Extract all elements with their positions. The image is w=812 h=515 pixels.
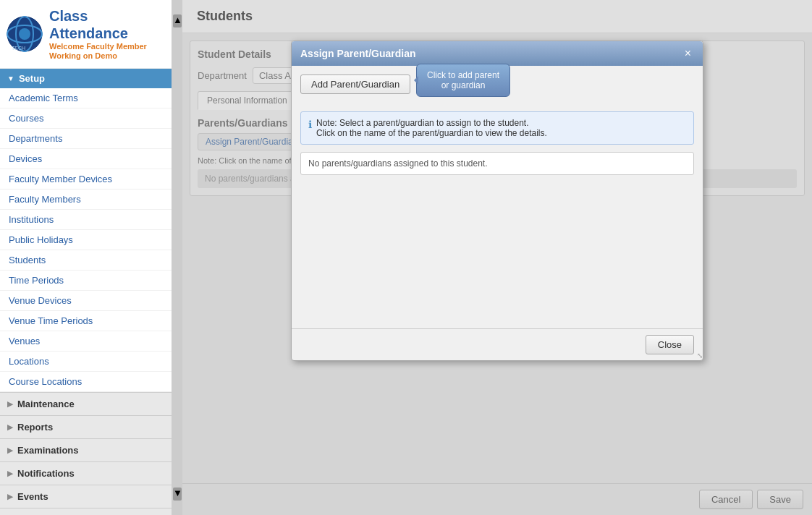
modal-title: Assign Parent/Guardian bbox=[300, 48, 415, 59]
app-title: Class Attendance Welcome Faculty Member … bbox=[49, 7, 147, 61]
info-icon: ℹ bbox=[308, 119, 312, 130]
modal-spacer bbox=[300, 175, 694, 320]
content-area: Student Details Department Class A Perso… bbox=[182, 33, 812, 515]
main-scrollbar[interactable]: ▲ ▼ bbox=[172, 0, 182, 515]
sidebar-item-students[interactable]: Students bbox=[0, 250, 172, 271]
setup-section[interactable]: ▼ Setup bbox=[0, 69, 172, 88]
sidebar-item-course-locations[interactable]: Course Locations bbox=[0, 372, 172, 392]
notifications-arrow-icon: ▶ bbox=[7, 469, 13, 477]
sidebar-nav: Academic Terms Courses Departments Devic… bbox=[0, 88, 172, 392]
add-pg-container: Add Parent/Guardian Click to add parent … bbox=[300, 75, 410, 101]
working-on-text: Working on Demo bbox=[49, 51, 147, 61]
examinations-arrow-icon: ▶ bbox=[7, 446, 13, 454]
sidebar-item-venue-time-periods[interactable]: Venue Time Periods bbox=[0, 311, 172, 331]
sidebar-item-departments[interactable]: Departments bbox=[0, 129, 172, 149]
scroll-up-icon[interactable]: ▲ bbox=[173, 14, 182, 27]
modal-empty-text: No parents/guardians assigned to this st… bbox=[308, 158, 488, 169]
sidebar-item-venues[interactable]: Venues bbox=[0, 331, 172, 352]
sidebar-item-time-periods[interactable]: Time Periods bbox=[0, 271, 172, 291]
reports-arrow-icon: ▶ bbox=[7, 423, 13, 431]
modal-footer: Close bbox=[292, 328, 703, 360]
modal-empty-box: No parents/guardians assigned to this st… bbox=[300, 152, 694, 175]
sidebar-item-locations[interactable]: Locations bbox=[0, 352, 172, 372]
sidebar-item-devices[interactable]: Devices bbox=[0, 149, 172, 169]
add-pg-tooltip: Click to add parent or guardian bbox=[416, 64, 510, 97]
sidebar-item-events[interactable]: ▶ Events bbox=[0, 485, 172, 508]
sidebar-item-courses[interactable]: Courses bbox=[0, 108, 172, 129]
modal-body: Add Parent/Guardian Click to add parent … bbox=[292, 66, 703, 328]
sidebar-item-faculty-member-devices[interactable]: Faculty Member Devices bbox=[0, 169, 172, 190]
page-title: Students bbox=[182, 0, 812, 33]
reports-label: Reports bbox=[17, 422, 53, 433]
setup-label: Setup bbox=[19, 73, 45, 84]
modal-note-line2: Click on the name of the parent/guardian… bbox=[316, 128, 547, 138]
sidebar-item-institutions[interactable]: Institutions bbox=[0, 210, 172, 230]
modal-note-line1: Note: Select a parent/guardian to assign… bbox=[316, 118, 547, 128]
app-name-line2: Attendance bbox=[49, 25, 147, 42]
resize-handle[interactable]: ⤡ bbox=[694, 352, 703, 360]
events-arrow-icon: ▶ bbox=[7, 493, 13, 501]
notifications-label: Notifications bbox=[17, 468, 75, 479]
sidebar-item-reports[interactable]: ▶ Reports bbox=[0, 415, 172, 438]
assign-pg-modal: Assign Parent/Guardian × Add Parent/Guar… bbox=[291, 41, 703, 361]
sidebar-item-academic-terms[interactable]: Academic Terms bbox=[0, 88, 172, 108]
sidebar-item-public-holidays[interactable]: Public Holidays bbox=[0, 230, 172, 250]
modal-header: Assign Parent/Guardian × bbox=[292, 41, 703, 66]
sidebar: TECH Class Attendance Welcome Faculty Me… bbox=[0, 0, 172, 515]
modal-note: ℹ Note: Select a parent/guardian to assi… bbox=[300, 111, 694, 145]
modal-overlay: Assign Parent/Guardian × Add Parent/Guar… bbox=[182, 33, 812, 515]
modal-note-text: Note: Select a parent/guardian to assign… bbox=[316, 118, 547, 138]
sidebar-item-faculty-members[interactable]: Faculty Members bbox=[0, 190, 172, 210]
sidebar-item-notifications[interactable]: ▶ Notifications bbox=[0, 461, 172, 485]
modal-close-btn[interactable]: Close bbox=[646, 335, 694, 354]
main-inner: Students Student Details Department Clas… bbox=[182, 0, 812, 515]
sidebar-item-wizards[interactable]: ▶ Wizards bbox=[0, 508, 172, 515]
app-name-line1: Class bbox=[49, 7, 147, 25]
maintenance-label: Maintenance bbox=[17, 399, 75, 409]
sidebar-header: TECH Class Attendance Welcome Faculty Me… bbox=[0, 0, 172, 69]
events-label: Events bbox=[17, 491, 48, 502]
svg-point-3 bbox=[19, 28, 30, 40]
main-content: ▲ ▼ Students Student Details Department … bbox=[172, 0, 812, 515]
sidebar-item-venue-devices[interactable]: Venue Devices bbox=[0, 291, 172, 311]
sidebar-item-examinations[interactable]: ▶ Examinations bbox=[0, 438, 172, 461]
setup-arrow-icon: ▼ bbox=[7, 75, 14, 82]
modal-close-button[interactable]: × bbox=[682, 47, 694, 60]
svg-text:TECH: TECH bbox=[12, 46, 25, 51]
welcome-text: Welcome Faculty Member bbox=[49, 42, 147, 51]
maintenance-arrow-icon: ▶ bbox=[7, 400, 13, 408]
app-logo: TECH bbox=[6, 15, 43, 53]
scroll-down-icon[interactable]: ▼ bbox=[173, 488, 182, 501]
sidebar-item-maintenance[interactable]: ▶ Maintenance bbox=[0, 392, 172, 415]
add-pg-button[interactable]: Add Parent/Guardian bbox=[300, 75, 410, 94]
examinations-label: Examinations bbox=[17, 445, 79, 456]
